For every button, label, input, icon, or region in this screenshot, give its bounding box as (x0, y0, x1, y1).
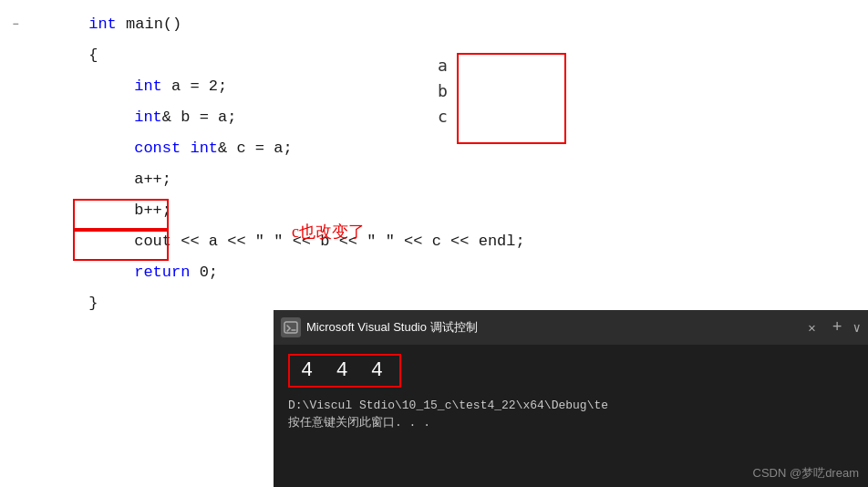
kw-int-c: int (190, 140, 218, 157)
terminal-area: Microsoft Visual Studio 调试控制 ✕ + ∨ 4 4 4… (274, 310, 868, 487)
terminal-icon (281, 317, 301, 337)
terminal-body: 4 4 4 D:\Viscul Stdio\10_15_c\test4_22\x… (274, 345, 868, 440)
terminal-add-button[interactable]: + (827, 316, 848, 338)
collapse-icon[interactable]: − (12, 9, 18, 40)
terminal-chevron-button[interactable]: ∨ (853, 320, 861, 336)
letter-a: a (438, 53, 448, 78)
press-key-line: 按任意键关闭此窗口. . . (288, 414, 853, 430)
code-content-10: } (24, 257, 98, 350)
var-c-decl: & c = a; (218, 140, 293, 157)
terminal-tab-label: Microsoft Visual Studio 调试控制 (306, 319, 797, 336)
code-line-9: return 0; (0, 257, 868, 288)
terminal-tab-bar: Microsoft Visual Studio 调试控制 ✕ + ∨ (274, 310, 868, 345)
return-val: 0; (200, 264, 218, 281)
annotation-box: a b c (438, 53, 566, 144)
func-name: main() (126, 16, 181, 33)
collapse-gutter[interactable]: − (7, 9, 24, 40)
output-box: 4 4 4 (288, 354, 401, 388)
letter-c: c (438, 104, 448, 130)
kw-return: return (134, 264, 199, 281)
terminal-close-button[interactable]: ✕ (802, 318, 821, 337)
svg-rect-0 (284, 322, 297, 333)
c-changed-label: c也改变了 (292, 221, 365, 243)
letter-b: b (438, 78, 448, 104)
annotation-rect (457, 53, 566, 144)
output-text: 4 4 4 (301, 359, 388, 382)
brace-close: } (88, 295, 98, 312)
watermark: CSDN @梦呓dream (753, 465, 860, 482)
annotation-letters: a b c (438, 53, 448, 130)
code-line-1: − int main() (0, 9, 868, 40)
path-line: D:\Viscul Stdio\10_15_c\test4_22\x64\Deb… (288, 399, 853, 412)
